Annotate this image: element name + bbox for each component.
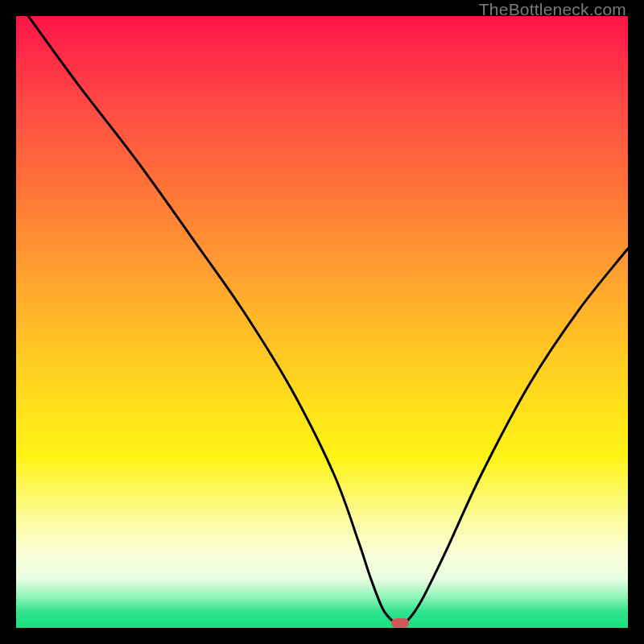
plot-area: [16, 16, 628, 628]
chart-frame: TheBottleneck.com: [0, 0, 644, 644]
minimum-marker: [391, 618, 409, 628]
bottleneck-curve: [16, 16, 628, 628]
